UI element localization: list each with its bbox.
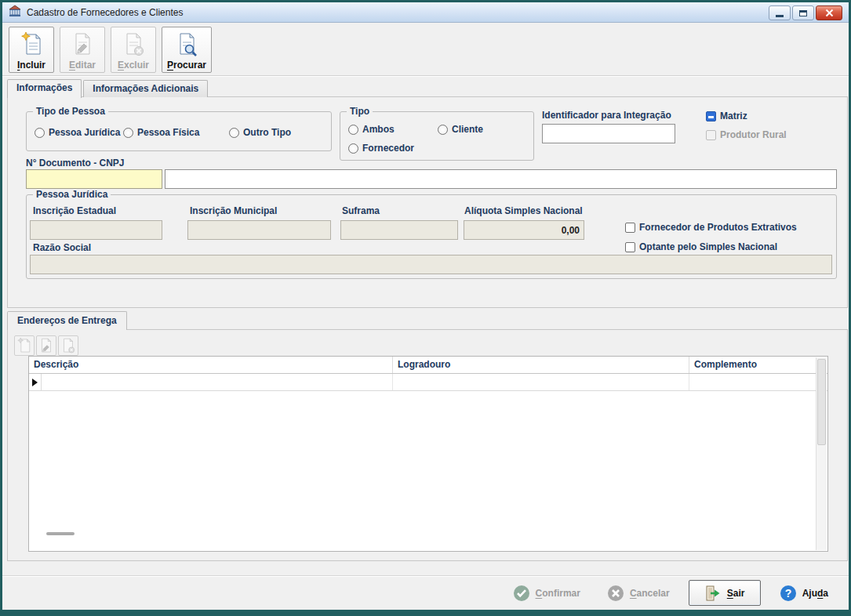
row-edit-button bbox=[36, 335, 56, 356]
informacoes-panel: Tipo de Pessoa Pessoa Jurídica Pessoa Fí… bbox=[7, 96, 848, 308]
sair-label: Sair bbox=[727, 588, 745, 599]
inscricao-municipal-input bbox=[187, 220, 331, 240]
radio-pessoa-fisica[interactable]: Pessoa Física bbox=[123, 127, 199, 138]
grid-header: Descrição Logradouro Complemento bbox=[29, 357, 827, 374]
produtor-rural-checkbox: Produtor Rural bbox=[706, 129, 787, 140]
documento-numero-input[interactable] bbox=[26, 169, 162, 189]
suframa-label: Suframa bbox=[342, 205, 380, 216]
radio-dot-icon bbox=[35, 128, 45, 138]
main-tabstrip: Informações Informações Adicionais bbox=[7, 78, 209, 97]
procurar-button[interactable]: Procurar bbox=[162, 27, 212, 73]
excluir-label: Excluir bbox=[118, 60, 149, 71]
incluir-label: Incluir bbox=[17, 60, 45, 71]
scrollbar-thumb[interactable] bbox=[817, 359, 826, 445]
pessoa-juridica-legend: Pessoa Jurídica bbox=[33, 189, 111, 200]
cell-complemento bbox=[689, 374, 827, 390]
exit-door-icon bbox=[704, 585, 722, 602]
column-header-logradouro[interactable]: Logradouro bbox=[393, 357, 689, 373]
radio-fornecedor[interactable]: Fornecedor bbox=[348, 143, 414, 154]
tab-informacoes-adicionais[interactable]: Informações Adicionais bbox=[83, 80, 208, 97]
row-new-button bbox=[14, 335, 35, 356]
confirmar-label: Confirmar bbox=[536, 588, 580, 599]
svg-text:?: ? bbox=[784, 587, 791, 600]
document-delete-icon bbox=[123, 32, 144, 59]
radio-outro-tipo[interactable]: Outro Tipo bbox=[229, 127, 291, 138]
row-new-icon bbox=[17, 338, 31, 353]
produtor-rural-label: Produtor Rural bbox=[720, 129, 787, 140]
editar-label: Editar bbox=[69, 60, 96, 71]
document-search-icon bbox=[176, 32, 198, 59]
cell-descricao bbox=[42, 374, 393, 390]
identificador-label: Identificador para Integração bbox=[542, 110, 671, 121]
radio-pessoa-juridica[interactable]: Pessoa Jurídica bbox=[35, 127, 120, 138]
radio-dot-icon bbox=[438, 125, 448, 135]
radio-ambos[interactable]: Ambos bbox=[348, 124, 395, 135]
row-edit-icon bbox=[39, 338, 53, 353]
radio-pessoa-fisica-label: Pessoa Física bbox=[137, 127, 199, 138]
tab-informacoes[interactable]: Informações bbox=[7, 79, 82, 98]
inscricao-estadual-label: Inscrição Estadual bbox=[33, 205, 116, 216]
radio-dot-icon bbox=[348, 125, 358, 135]
tab-enderecos-entrega[interactable]: Endereços de Entrega bbox=[7, 311, 127, 330]
fornecedor-extrativos-checkbox[interactable]: Fornecedor de Produtos Extrativos bbox=[625, 222, 797, 233]
maximize-icon bbox=[799, 10, 807, 16]
help-circle-icon: ? bbox=[780, 585, 797, 602]
radio-pessoa-juridica-label: Pessoa Jurídica bbox=[49, 127, 120, 138]
app-icon bbox=[8, 5, 22, 20]
cancelar-button: Cancelar bbox=[599, 580, 678, 606]
suframa-input bbox=[340, 220, 458, 240]
documento-nome-input[interactable] bbox=[165, 169, 837, 189]
matriz-checkbox[interactable]: Matriz bbox=[706, 111, 747, 121]
checkbox-unchecked-icon bbox=[625, 242, 635, 252]
minimize-button[interactable] bbox=[769, 5, 791, 20]
radio-outro-tipo-label: Outro Tipo bbox=[243, 127, 291, 138]
enderecos-toolbar bbox=[14, 335, 78, 356]
app-window: Cadastro de Fornecedores e Clientes bbox=[0, 0, 851, 616]
grid-vertical-scrollbar[interactable] bbox=[816, 357, 827, 550]
grid-horizontal-scrollbar-thumb[interactable] bbox=[46, 532, 75, 535]
aliquota-simples-input bbox=[464, 220, 584, 240]
optante-simples-checkbox[interactable]: Optante pelo Simples Nacional bbox=[625, 241, 777, 252]
documento-label: N° Documento - CNPJ bbox=[26, 158, 124, 168]
cancelar-label: Cancelar bbox=[630, 588, 670, 599]
grid-row[interactable] bbox=[29, 374, 827, 391]
radio-dot-icon bbox=[123, 128, 133, 138]
current-row-arrow-icon bbox=[32, 379, 38, 386]
checkbox-checked-icon bbox=[706, 111, 716, 121]
ajuda-button[interactable]: ? Ajuda bbox=[772, 580, 836, 606]
row-delete-button bbox=[58, 335, 78, 356]
radio-cliente-label: Cliente bbox=[452, 124, 483, 135]
identificador-input[interactable] bbox=[542, 124, 675, 143]
titlebar[interactable]: Cadastro de Fornecedores e Clientes bbox=[2, 2, 849, 23]
column-header-descricao[interactable]: Descrição bbox=[29, 357, 393, 373]
inscricao-estadual-input bbox=[30, 220, 162, 240]
incluir-button[interactable]: Incluir bbox=[9, 27, 54, 73]
radio-ambos-label: Ambos bbox=[362, 124, 395, 135]
main-toolbar: Incluir Editar bbox=[2, 24, 849, 76]
excluir-button: Excluir bbox=[111, 27, 156, 73]
row-delete-icon bbox=[61, 338, 75, 353]
document-edit-icon bbox=[72, 32, 93, 59]
document-new-icon bbox=[21, 32, 42, 59]
razao-social-input bbox=[30, 255, 832, 274]
enderecos-grid: Descrição Logradouro Complemento bbox=[28, 356, 828, 552]
pessoa-juridica-group: Pessoa Jurídica Inscrição Estadual Inscr… bbox=[26, 194, 837, 279]
editar-button: Editar bbox=[60, 27, 105, 73]
tipo-group: Tipo Ambos Cliente Fornecedor bbox=[340, 111, 534, 161]
radio-cliente[interactable]: Cliente bbox=[438, 124, 483, 135]
confirmar-button: Confirmar bbox=[505, 580, 588, 606]
tipo-legend: Tipo bbox=[347, 106, 373, 117]
checkbox-unchecked-icon bbox=[625, 223, 635, 233]
radio-dot-icon bbox=[348, 143, 358, 154]
optante-simples-label: Optante pelo Simples Nacional bbox=[639, 241, 777, 252]
procurar-label: Procurar bbox=[167, 60, 206, 71]
column-header-complemento[interactable]: Complemento bbox=[689, 357, 827, 373]
sair-button[interactable]: Sair bbox=[689, 580, 761, 606]
maximize-button[interactable] bbox=[792, 5, 814, 20]
check-circle-icon bbox=[513, 585, 530, 602]
close-button[interactable] bbox=[816, 5, 842, 20]
footer-bar: Confirmar Cancelar Sair ? Ajud bbox=[2, 575, 849, 610]
window-title: Cadastro de Fornecedores e Clientes bbox=[27, 7, 183, 18]
cell-logradouro bbox=[393, 374, 689, 390]
enderecos-panel: Descrição Logradouro Complemento bbox=[7, 329, 848, 561]
